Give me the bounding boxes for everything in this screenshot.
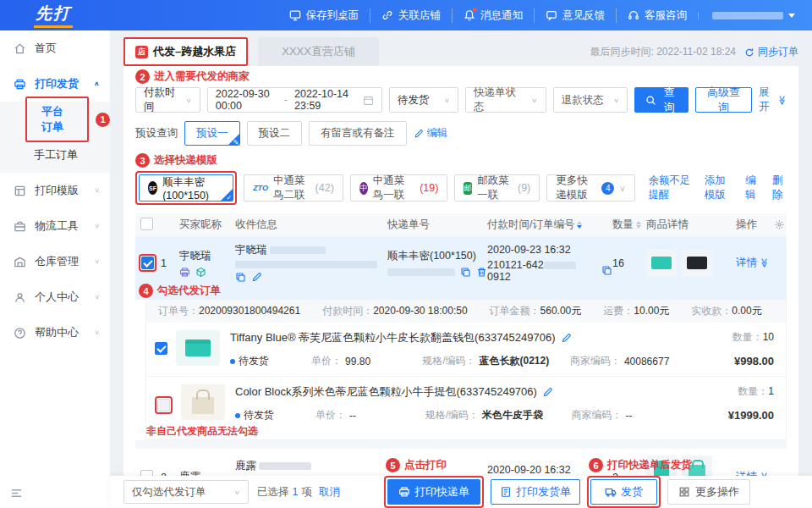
template-post-count: (9) <box>518 182 530 194</box>
product2-price: -- <box>349 410 356 422</box>
edit-product-icon[interactable] <box>561 333 572 344</box>
sidebar: 首页 打印发货 ∧ 平台订单 1 手工订单 打印模版 ∨ <box>0 30 110 508</box>
document-printer-icon <box>500 486 512 498</box>
product1-checkbox[interactable] <box>155 342 167 355</box>
template-links: 余额不足提醒 添加模版 编辑 删除 <box>649 174 787 202</box>
product1-image[interactable] <box>176 330 220 366</box>
account-menu[interactable] <box>698 12 800 19</box>
gear-icon[interactable] <box>774 219 787 230</box>
col-qty[interactable]: 数量 <box>612 218 646 232</box>
add-template-link[interactable]: 添加模版 <box>705 174 734 202</box>
print-shipping-list-button[interactable]: 打印发货单 <box>491 479 580 505</box>
expand-link[interactable]: 展开 ≫ <box>759 86 787 114</box>
tab-direct-shop[interactable]: XXXX直营店铺 <box>258 37 379 66</box>
annotation-5: 5 点击打印 <box>386 458 447 472</box>
ship-label: 发货 <box>621 484 643 500</box>
trash-icon[interactable] <box>476 267 487 278</box>
annotation-circle-5: 5 <box>386 458 400 472</box>
row1-detail-button[interactable]: 详情 ≫ <box>736 256 787 270</box>
cancel-selection-link[interactable]: 取消 <box>319 485 340 500</box>
edit-product-icon[interactable] <box>542 387 553 398</box>
collapse-sidebar-icon[interactable] <box>10 487 23 500</box>
more-templates-select[interactable]: 更多快递模版 4 ∨ <box>546 174 634 202</box>
search-button[interactable]: 查询 <box>634 87 689 113</box>
sync-orders-button[interactable]: 同步订单 <box>744 45 798 59</box>
template-zto2-button[interactable]: ZTO 中通菜鸟二联 (42) <box>244 174 343 202</box>
sidebar-item-label: 仓库管理 <box>35 254 79 269</box>
help-icon <box>14 327 26 340</box>
feedback-button[interactable]: 意见反馈 <box>534 8 616 23</box>
advanced-search-button[interactable]: 高级查询 <box>695 87 752 113</box>
ship-button[interactable]: 发货 <box>590 479 657 505</box>
product2-checkbox-disabled <box>157 399 170 411</box>
product1-total: ¥998.00 <box>681 355 774 367</box>
pencil-icon: ✎ <box>233 139 239 146</box>
row1-phone-masked <box>270 246 326 254</box>
link-shop-button[interactable]: 关联店铺 <box>370 8 452 23</box>
tab-label: 代发–跨越水果店 <box>153 44 236 59</box>
express-status-select[interactable]: 快递单状态∨ <box>465 87 546 113</box>
delete-template-link[interactable]: 删除 <box>772 174 787 202</box>
save-to-desktop-button[interactable]: 保存到桌面 <box>278 8 370 23</box>
chevron-down-icon: ∨ <box>444 97 450 103</box>
preset-label: 预设查询 <box>135 126 178 141</box>
template-post-button[interactable]: 邮 邮政菜一联 (9) <box>454 174 540 202</box>
edit-address-icon[interactable] <box>251 272 262 283</box>
headset-icon <box>628 9 639 21</box>
order-status-select[interactable]: 待发货∨ <box>389 87 458 113</box>
template-zto2-count: (42) <box>315 182 334 194</box>
select-all-checkbox[interactable] <box>140 218 153 230</box>
sidebar-item-logistics-tools[interactable]: 物流工具 ∨ <box>0 208 110 244</box>
more-templates-label: 更多快递模版 <box>556 174 596 202</box>
template-zto1-button[interactable]: 中 中通菜鸟一联 (19) <box>350 174 448 202</box>
more-actions-button[interactable]: 更多操作 <box>667 479 750 505</box>
order-no: 202009301800494261 <box>199 305 300 317</box>
sidebar-item-help-center[interactable]: 帮助中心 ∨ <box>0 315 110 351</box>
sidebar-item-label: 打印模版 <box>35 183 79 198</box>
row1-checkbox[interactable] <box>141 257 154 269</box>
col-time-order[interactable]: 付款时间/订单编号 <box>487 218 612 232</box>
preset-3-button[interactable]: 有留言或有备注 <box>309 121 407 146</box>
template-sf-button[interactable]: SF 顺丰丰密(100*150) ✓ <box>139 174 233 202</box>
copy-icon[interactable] <box>601 265 612 276</box>
preset-1-button[interactable]: 预设一 ✎ <box>184 121 240 146</box>
col-goods: 商品详情 <box>646 218 736 232</box>
store-icon: 店 <box>135 46 148 58</box>
order-received: 0.00元 <box>732 305 761 317</box>
product-thumb-black-wallet[interactable] <box>682 250 712 277</box>
date-range-picker[interactable]: 2022-09-30 00:00 - 2022-10-14 23:59 <box>207 87 382 113</box>
edit-template-link[interactable]: 编辑 <box>745 174 760 202</box>
balance-alert-link[interactable]: 余额不足提醒 <box>649 174 693 202</box>
batch-filter-select[interactable]: 仅勾选代发订单 ∨ <box>123 480 249 504</box>
preset-2-button[interactable]: 预设二 <box>247 121 303 146</box>
calendar-icon <box>363 95 374 106</box>
edit-presets-link[interactable]: 编辑 <box>414 126 448 141</box>
sidebar-item-personal-center[interactable]: 个人中心 ∨ <box>0 279 110 315</box>
time-field-value: 付款时间 <box>144 86 178 114</box>
row2-detail-button[interactable]: 详情 ≫ <box>736 470 787 476</box>
support-button[interactable]: 客服咨询 <box>616 8 698 23</box>
product2-image[interactable] <box>181 384 225 420</box>
sidebar-item-platform-orders[interactable]: 平台订单 1 <box>0 102 110 137</box>
notifications-button[interactable]: 消息通知 <box>452 8 534 23</box>
time-field-select[interactable]: 付款时间∨ <box>135 87 200 113</box>
template-icon <box>14 185 26 197</box>
filter-bar: 付款时间∨ 2022-09-30 00:00 - 2022-10-14 23:5… <box>135 86 787 114</box>
sidebar-item-print-templates[interactable]: 打印模版 ∨ <box>0 173 110 208</box>
detail-label: 详情 <box>736 470 757 476</box>
chevron-down-icon: ∨ <box>234 489 240 495</box>
order-row-1[interactable]: 1 宇晓瑞 宇晓瑞 <box>135 236 787 300</box>
product-thumb-teal-wallet[interactable] <box>646 250 677 277</box>
col-buyer: 买家昵称 <box>179 218 235 232</box>
sidebar-item-home[interactable]: 首页 <box>0 30 110 66</box>
row2-checkbox[interactable] <box>140 470 153 477</box>
sync-info: 最后同步时间: 2022-11-02 18:24 同步订单 <box>590 45 798 66</box>
copy-icon[interactable] <box>460 267 471 278</box>
tab-consignment-shop[interactable]: 店 代发–跨越水果店 <box>123 37 248 66</box>
sidebar-item-warehouse[interactable]: 仓库管理 ∨ <box>0 244 110 279</box>
print-express-button[interactable]: 打印快递单 <box>387 479 480 505</box>
copy-icon[interactable] <box>235 272 246 283</box>
sidebar-item-manual-orders[interactable]: 手工订单 <box>0 137 110 173</box>
template-zto1-count: (19) <box>420 182 438 194</box>
refund-status-select[interactable]: 退款状态∨ <box>553 87 628 113</box>
